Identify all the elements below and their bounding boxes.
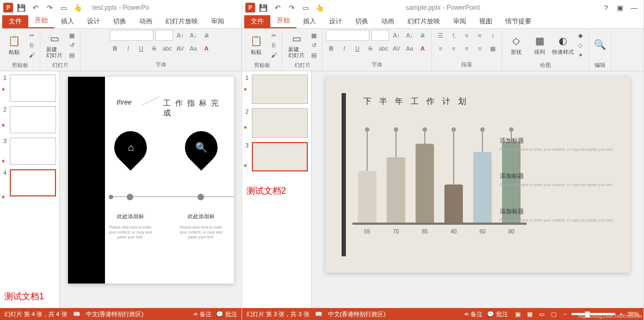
paste-button[interactable]: 📋 粘贴: [3, 30, 25, 60]
columns-icon[interactable]: ▦: [487, 43, 498, 54]
spacing-button[interactable]: AV: [391, 43, 402, 54]
ribbon-options-icon[interactable]: ▣: [614, 2, 626, 14]
slide-editor[interactable]: three 工作指标完成 ⌂ 🔍 此处添加标 此处添加标 Please clic…: [60, 71, 242, 308]
grow-font-icon[interactable]: A↑: [391, 30, 402, 41]
tab-insert[interactable]: 插入: [296, 15, 323, 28]
tab-review[interactable]: 审阅: [447, 15, 473, 28]
thumb-preview[interactable]: [10, 138, 56, 165]
slide-canvas[interactable]: 下半年工作计划 55 70 85 40: [325, 77, 630, 273]
tab-animations[interactable]: 动画: [133, 15, 159, 28]
new-slide-button[interactable]: ▭ 新建 幻灯片: [44, 30, 65, 60]
font-color-button[interactable]: A: [201, 43, 212, 54]
bold-button[interactable]: B: [326, 43, 337, 54]
tab-slideshow[interactable]: 幻灯片放映: [159, 15, 205, 28]
underline-button[interactable]: U: [136, 43, 147, 54]
thumb-3[interactable]: 3 ★: [245, 142, 308, 171]
italic-button[interactable]: I: [339, 43, 350, 54]
shapes-button[interactable]: ◇ 形状: [505, 30, 527, 60]
cut-icon[interactable]: ✂: [27, 31, 36, 40]
indent-inc-icon[interactable]: ≡: [474, 30, 485, 41]
sorter-view-icon[interactable]: ▦: [524, 309, 535, 319]
spacing-button[interactable]: AV: [175, 43, 186, 54]
touch-icon[interactable]: 👆: [72, 2, 84, 14]
slideshow-view-icon[interactable]: ▢: [548, 309, 559, 319]
format-painter-icon[interactable]: 🖌: [27, 51, 36, 59]
tab-review[interactable]: 审阅: [205, 15, 231, 28]
tab-home[interactable]: 开始: [28, 14, 54, 28]
size-selector[interactable]: [371, 30, 389, 41]
paste-button[interactable]: 📋 粘贴: [245, 30, 267, 60]
section-icon[interactable]: ▤: [67, 51, 77, 59]
bullets-icon[interactable]: ☰: [435, 30, 446, 41]
comments-button[interactable]: 💬 批注: [487, 310, 508, 318]
copy-icon[interactable]: ⎘: [269, 41, 278, 50]
thumb-1[interactable]: 1 ★: [245, 75, 308, 104]
format-painter-icon[interactable]: 🖌: [269, 51, 278, 59]
thumb-2[interactable]: 2 ★: [245, 108, 308, 138]
thumb-2[interactable]: 2 ★: [3, 106, 56, 133]
tab-design[interactable]: 设计: [323, 15, 349, 28]
bold-button[interactable]: B: [110, 43, 121, 54]
reading-view-icon[interactable]: ▭: [536, 309, 547, 319]
shrink-font-icon[interactable]: A↓: [404, 30, 415, 41]
notes-button[interactable]: ≐ 备注: [464, 310, 482, 318]
new-slide-button[interactable]: ▭ 新建 幻灯片: [286, 30, 307, 60]
editing-button[interactable]: 🔍: [592, 30, 608, 60]
language-indicator[interactable]: 中文(香港特别行政区): [328, 310, 386, 318]
spellcheck-icon[interactable]: 📖: [73, 311, 81, 318]
start-icon[interactable]: ▭: [300, 2, 312, 14]
clear-format-icon[interactable]: A̷: [201, 30, 212, 41]
language-indicator[interactable]: 中文(香港特别行政区): [86, 310, 144, 318]
normal-view-icon[interactable]: ▣: [512, 309, 523, 319]
clear-format-icon[interactable]: A̷: [417, 30, 428, 41]
thumb-preview[interactable]: [10, 169, 56, 196]
italic-button[interactable]: I: [123, 43, 134, 54]
shrink-font-icon[interactable]: A↓: [188, 30, 199, 41]
tab-file[interactable]: 文件: [2, 15, 28, 28]
notes-button[interactable]: ≐ 备注: [193, 310, 212, 318]
start-icon[interactable]: ▭: [58, 2, 70, 14]
slide-editor[interactable]: 下半年工作计划 55 70 85 40: [312, 71, 643, 308]
comments-button[interactable]: 💬 批注: [216, 310, 237, 318]
save-icon[interactable]: 💾: [257, 2, 269, 14]
align-right-icon[interactable]: ≡: [461, 43, 472, 54]
slide-canvas[interactable]: three 工作指标完成 ⌂ 🔍 此处添加标 此处添加标 Please clic…: [68, 77, 234, 284]
minimize-icon[interactable]: —: [628, 2, 640, 14]
case-button[interactable]: Aa: [188, 43, 199, 54]
tab-transitions[interactable]: 切换: [107, 15, 133, 28]
zoom-out-icon[interactable]: −: [564, 311, 567, 317]
tab-transitions[interactable]: 切换: [349, 15, 375, 28]
copy-icon[interactable]: ⎘: [27, 41, 36, 50]
layout-icon[interactable]: ▦: [309, 31, 319, 40]
thumb-3[interactable]: 3 ★: [3, 138, 56, 165]
arrange-button[interactable]: ▦ 排列: [529, 30, 550, 60]
tab-animations[interactable]: 动画: [375, 15, 401, 28]
layout-icon[interactable]: ▦: [67, 31, 77, 40]
save-icon[interactable]: 💾: [15, 2, 27, 14]
tab-insert[interactable]: 插入: [54, 15, 81, 28]
tab-home[interactable]: 开始: [270, 14, 296, 28]
reset-icon[interactable]: ↺: [309, 41, 319, 50]
thumb-preview[interactable]: [10, 106, 56, 133]
shadow-button[interactable]: abc: [378, 43, 389, 54]
font-selector[interactable]: [110, 30, 153, 41]
font-selector[interactable]: [326, 30, 369, 41]
thumb-preview[interactable]: [252, 75, 308, 104]
touch-icon[interactable]: 👆: [314, 2, 326, 14]
help-icon[interactable]: ?: [600, 2, 612, 14]
line-spacing-icon[interactable]: ↕: [487, 30, 498, 41]
undo-icon[interactable]: ↶: [271, 2, 283, 14]
redo-icon[interactable]: ↷: [44, 2, 55, 14]
grow-font-icon[interactable]: A↑: [175, 30, 186, 41]
redo-icon[interactable]: ↷: [286, 2, 298, 14]
case-button[interactable]: Aa: [404, 43, 415, 54]
cut-icon[interactable]: ✂: [269, 31, 278, 40]
strike-button[interactable]: S: [365, 43, 376, 54]
spellcheck-icon[interactable]: 📖: [315, 311, 323, 318]
tab-storyline[interactable]: 情节提要: [499, 15, 538, 28]
justify-icon[interactable]: ≡: [474, 43, 485, 54]
strike-button[interactable]: S: [149, 43, 160, 54]
reset-icon[interactable]: ↺: [67, 41, 77, 50]
thumb-preview[interactable]: [252, 142, 308, 171]
align-center-icon[interactable]: ≡: [448, 43, 459, 54]
